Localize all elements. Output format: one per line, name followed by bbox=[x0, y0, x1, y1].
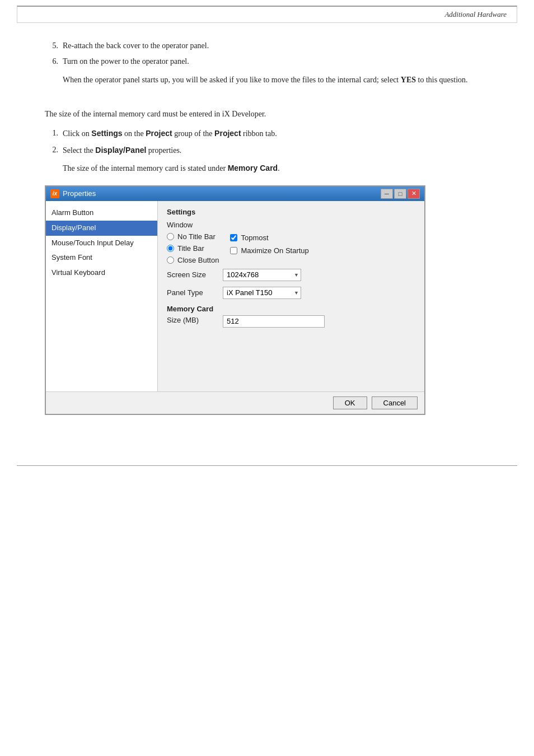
size-row: Size (MB) bbox=[167, 315, 415, 328]
radio-no-title-bar-input[interactable] bbox=[167, 233, 174, 240]
settings-panel: Settings Window No Title Bar Title Bar bbox=[158, 201, 424, 391]
screen-size-row: Screen Size 1024x768 bbox=[167, 269, 415, 281]
dialog-app-icon: ix bbox=[50, 189, 59, 198]
check-topmost[interactable]: Topmost bbox=[230, 234, 308, 242]
step-6: 6. Turn on the power to the operator pan… bbox=[45, 55, 489, 68]
minimize-button[interactable]: ─ bbox=[381, 189, 393, 199]
intro-text: The size of the internal memory card mus… bbox=[45, 108, 489, 120]
radio-close-button-input[interactable] bbox=[167, 256, 174, 264]
radio-title-bar-input[interactable] bbox=[167, 245, 174, 252]
tree-item-alarm-button[interactable]: Alarm Button bbox=[46, 206, 157, 221]
dialog-footer: OK Cancel bbox=[46, 391, 424, 414]
memory-card-label: Memory Card bbox=[167, 305, 415, 313]
steps-list-1: 5. Re-attach the back cover to the opera… bbox=[45, 40, 489, 68]
panel-type-dropdown-wrapper: iX Panel T150 bbox=[223, 287, 301, 299]
size-input[interactable] bbox=[223, 315, 325, 328]
step-5: 5. Re-attach the back cover to the opera… bbox=[45, 40, 489, 52]
main-content: 5. Re-attach the back cover to the opera… bbox=[0, 23, 534, 443]
panel-type-dropdown[interactable]: iX Panel T150 bbox=[223, 287, 301, 299]
step-1: 1. Click on Settings on the Project grou… bbox=[45, 127, 489, 140]
step-6-detail: When the operator panel starts up, you w… bbox=[63, 74, 489, 86]
settings-label: Settings bbox=[167, 208, 415, 216]
check-topmost-input[interactable] bbox=[230, 234, 237, 241]
dialog-titlebar: ix Properties ─ □ ✕ bbox=[46, 186, 424, 201]
tree-item-mouse-touch[interactable]: Mouse/Touch Input Delay bbox=[46, 236, 157, 251]
screen-size-dropdown[interactable]: 1024x768 bbox=[223, 269, 301, 281]
size-label: Size (MB) bbox=[167, 316, 217, 324]
tree-item-system-font[interactable]: System Font bbox=[46, 250, 157, 265]
properties-dialog: ix Properties ─ □ ✕ bbox=[45, 185, 425, 415]
panel-type-label: Panel Type bbox=[167, 288, 217, 297]
window-label: Window bbox=[167, 221, 415, 229]
step-5-text: Re-attach the back cover to the operator… bbox=[63, 41, 209, 50]
dialog-title: Properties bbox=[63, 189, 96, 198]
page-footer bbox=[17, 465, 517, 466]
tree-item-virtual-keyboard[interactable]: Virtual Keyboard bbox=[46, 265, 157, 281]
page-header: Additional Hardware bbox=[17, 6, 517, 23]
dialog-body: Alarm Button Display/Panel Mouse/Touch I… bbox=[46, 201, 424, 391]
close-button[interactable]: ✕ bbox=[407, 189, 420, 199]
checkbox-group: Topmost Maximize On Startup bbox=[230, 232, 308, 264]
radio-group: No Title Bar Title Bar Close Button bbox=[167, 232, 219, 264]
check-maximize-input[interactable] bbox=[230, 247, 237, 254]
radio-no-title-bar[interactable]: No Title Bar bbox=[167, 232, 219, 241]
screen-size-label: Screen Size bbox=[167, 270, 217, 279]
cancel-button[interactable]: Cancel bbox=[372, 396, 418, 409]
radio-title-bar[interactable]: Title Bar bbox=[167, 244, 219, 253]
window-controls: ─ □ ✕ bbox=[381, 189, 420, 199]
restore-button[interactable]: □ bbox=[394, 189, 406, 199]
step-6-main: Turn on the power to the operator panel. bbox=[63, 57, 189, 66]
tree-panel: Alarm Button Display/Panel Mouse/Touch I… bbox=[46, 201, 158, 391]
panel-type-row: Panel Type iX Panel T150 bbox=[167, 287, 415, 299]
step-2: 2. Select the Display/Panel properties. bbox=[45, 144, 489, 157]
step-2-detail: The size of the internal memory card is … bbox=[63, 162, 489, 174]
dialog-wrapper: ix Properties ─ □ ✕ bbox=[45, 185, 489, 415]
radio-close-button[interactable]: Close Button bbox=[167, 256, 219, 264]
header-title: Additional Hardware bbox=[444, 10, 507, 18]
memory-card-section: Memory Card Size (MB) bbox=[167, 305, 415, 328]
window-options: No Title Bar Title Bar Close Button bbox=[167, 232, 415, 264]
check-maximize[interactable]: Maximize On Startup bbox=[230, 246, 308, 255]
title-left: ix Properties bbox=[50, 189, 96, 198]
steps-list-2: 1. Click on Settings on the Project grou… bbox=[45, 127, 489, 157]
tree-item-display-panel[interactable]: Display/Panel bbox=[46, 221, 157, 236]
screen-size-dropdown-wrapper: 1024x768 bbox=[223, 269, 301, 281]
ok-button[interactable]: OK bbox=[333, 396, 367, 409]
